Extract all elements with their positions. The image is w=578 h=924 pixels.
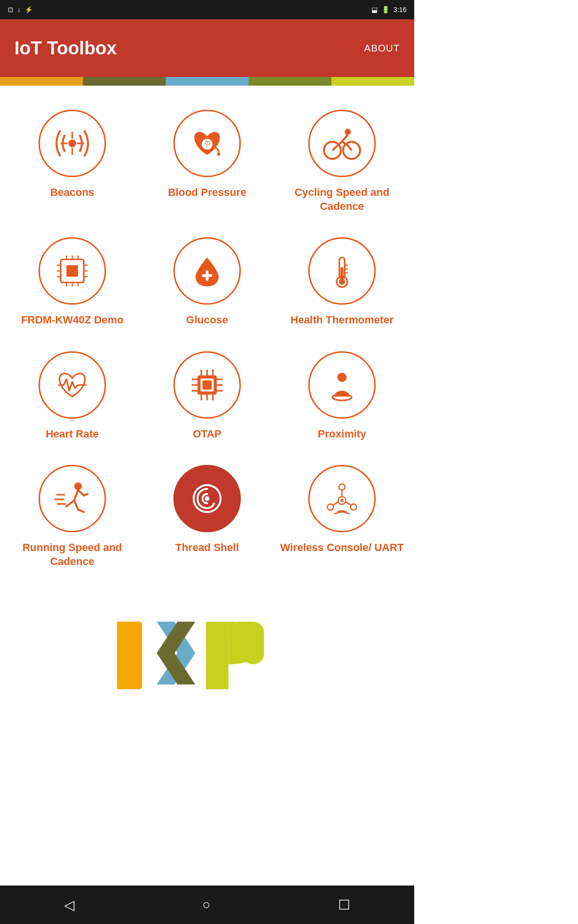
otap-label: OTAP <box>193 427 221 441</box>
svg-line-61 <box>78 510 84 513</box>
bluetooth-icon: ⬓ <box>371 6 378 13</box>
proximity-icon <box>323 366 361 404</box>
svg-line-59 <box>66 500 74 506</box>
status-icons-left: ⊡ ↓ ⚡ <box>8 6 33 13</box>
battery-icon: 🔋 <box>381 6 390 13</box>
grid-item-beacons[interactable]: Beacons <box>5 95 140 223</box>
time-display: 3:16 <box>394 6 407 13</box>
color-segment-5 <box>331 77 414 86</box>
cycling-label: Cycling Speed and Cadence <box>279 186 405 213</box>
glucose-label: Glucose <box>186 313 228 327</box>
thermometer-icon-circle <box>308 237 376 305</box>
thread-shell-icon-circle <box>173 465 241 532</box>
svg-point-54 <box>337 372 346 382</box>
svg-point-0 <box>68 140 76 147</box>
grid-item-blood-pressure[interactable]: ♡ Blood Pressure <box>140 95 275 223</box>
grid-item-glucose[interactable]: Glucose <box>140 223 275 337</box>
wireless-icon-circle <box>308 465 376 532</box>
svg-rect-89 <box>243 621 264 664</box>
svg-point-70 <box>341 499 343 502</box>
svg-point-72 <box>328 504 334 511</box>
cycling-icon-circle <box>308 110 376 177</box>
otap-icon-circle <box>173 351 241 419</box>
svg-rect-17 <box>66 265 78 277</box>
thread-shell-icon <box>188 479 226 518</box>
heart-rate-icon <box>53 366 92 404</box>
grid-item-frdm[interactable]: FRDM-KW40Z Demo <box>5 223 140 337</box>
color-segment-1 <box>0 77 83 86</box>
svg-rect-34 <box>341 267 343 280</box>
beacons-icon <box>53 124 92 163</box>
grid-item-running[interactable]: Running Speed and Cadence <box>5 450 140 578</box>
nxp-logo <box>111 617 303 694</box>
blood-pressure-icon-circle: ♡ <box>173 110 241 177</box>
svg-rect-87 <box>206 621 229 689</box>
svg-line-60 <box>74 500 78 509</box>
frdm-icon-circle <box>39 237 106 305</box>
color-segment-4 <box>249 77 331 86</box>
grid-item-wireless[interactable]: Wireless Console/ UART <box>275 450 409 578</box>
thermometer-label: Health Thermometer <box>290 313 394 327</box>
svg-point-57 <box>74 483 82 490</box>
cycling-icon <box>323 124 361 163</box>
notif-icon-1: ⊡ <box>8 6 13 13</box>
grid-item-heart-rate[interactable]: Heart Rate <box>5 337 140 451</box>
grid-item-otap[interactable]: OTAP <box>140 337 275 451</box>
svg-line-58 <box>74 490 78 501</box>
frdm-icon <box>53 252 92 290</box>
heart-rate-label: Heart Rate <box>46 427 99 441</box>
glucose-icon <box>188 252 226 290</box>
running-icon <box>53 479 92 518</box>
back-button[interactable]: ◁ <box>64 897 75 913</box>
home-button[interactable]: ○ <box>202 897 210 912</box>
nav-bar: ◁ ○ ☐ <box>0 886 414 924</box>
beacons-label: Beacons <box>50 186 94 200</box>
color-segment-3 <box>166 77 249 86</box>
svg-point-73 <box>351 504 357 511</box>
frdm-label: FRDM-KW40Z Demo <box>21 313 124 327</box>
about-button[interactable]: ABOUT <box>364 43 400 54</box>
svg-point-68 <box>205 497 210 501</box>
logo-area <box>0 588 414 732</box>
beacons-icon-circle <box>39 110 106 177</box>
status-bar: ⊡ ↓ ⚡ ⬓ 🔋 3:16 <box>0 0 414 19</box>
svg-line-14 <box>348 145 352 150</box>
color-segment-2 <box>83 77 166 86</box>
svg-line-13 <box>342 135 348 141</box>
svg-line-62 <box>78 490 84 496</box>
status-icons-right: ⬓ 🔋 3:16 <box>371 6 407 13</box>
blood-pressure-label: Blood Pressure <box>168 186 247 200</box>
recent-button[interactable]: ☐ <box>338 897 350 913</box>
grid-item-thread-shell[interactable]: Thread Shell <box>140 450 275 578</box>
wireless-icon <box>323 479 361 518</box>
color-bar <box>0 77 414 86</box>
glucose-icon-circle <box>173 237 241 305</box>
blood-pressure-icon: ♡ <box>188 124 226 163</box>
svg-line-63 <box>84 494 88 496</box>
proximity-icon-circle <box>308 351 376 419</box>
app-grid: Beacons ♡ Blood Pressure <box>0 86 414 588</box>
grid-item-thermometer[interactable]: Health Thermometer <box>275 223 409 337</box>
otap-icon <box>188 366 226 404</box>
thread-shell-label: Thread Shell <box>175 541 239 555</box>
app-title: IoT Toolbox <box>14 38 117 59</box>
svg-text:♡: ♡ <box>204 140 210 148</box>
svg-rect-41 <box>202 380 211 389</box>
svg-point-71 <box>339 484 345 490</box>
running-icon-circle <box>39 465 106 532</box>
svg-line-76 <box>345 502 351 505</box>
heart-rate-icon-circle <box>39 351 106 419</box>
grid-item-proximity[interactable]: Proximity <box>275 337 409 451</box>
grid-item-cycling[interactable]: Cycling Speed and Cadence <box>275 95 409 223</box>
svg-point-7 <box>217 153 220 155</box>
svg-line-75 <box>333 502 339 505</box>
svg-point-35 <box>339 279 345 285</box>
thermometer-icon <box>323 252 361 290</box>
wireless-label: Wireless Console/ UART <box>280 541 404 555</box>
notif-icon-3: ⚡ <box>25 6 33 13</box>
notif-icon-2: ↓ <box>17 6 21 13</box>
running-label: Running Speed and Cadence <box>10 541 135 568</box>
app-bar: IoT Toolbox ABOUT <box>0 19 414 77</box>
proximity-label: Proximity <box>318 427 366 441</box>
